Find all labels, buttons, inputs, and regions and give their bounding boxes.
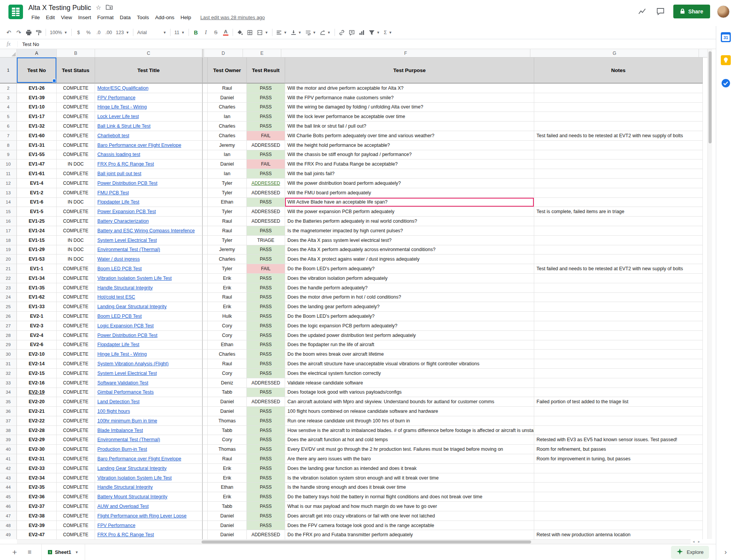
cell-C8[interactable]: Baro Performance over Flight Envelope: [95, 141, 202, 150]
cell-G5[interactable]: [534, 112, 703, 122]
cell-B47[interactable]: COMPLETE: [57, 511, 95, 521]
menu-edit[interactable]: Edit: [43, 13, 58, 21]
cell-E42[interactable]: PASS: [247, 464, 285, 473]
row-header-25[interactable]: 25: [0, 302, 17, 312]
cell-D31[interactable]: Raul: [208, 359, 247, 369]
cell-B49[interactable]: COMPLETE: [57, 530, 95, 539]
test-title-link[interactable]: Land Detection Test: [97, 399, 139, 404]
cell-F25[interactable]: Does the landing gear perform adequately…: [285, 302, 534, 312]
cell-C47[interactable]: Flight Performance with Ring Lever Loose: [95, 511, 202, 521]
row-header-41[interactable]: 41: [0, 454, 17, 464]
cell-B8[interactable]: COMPLETE: [57, 141, 95, 150]
row-header-38[interactable]: 38: [0, 426, 17, 435]
row-header-35[interactable]: 35: [0, 397, 17, 407]
star-icon[interactable]: ☆: [96, 5, 101, 11]
cell-E15[interactable]: ADDRESSED: [247, 207, 285, 217]
test-title-link[interactable]: Power Expansion PCB Test: [97, 209, 156, 214]
cell-B38[interactable]: COMPLETE: [57, 426, 95, 435]
cell-A49[interactable]: EV2-47: [17, 530, 57, 539]
cell-B39[interactable]: COMPLETE: [57, 435, 95, 445]
insert-link-icon[interactable]: [337, 28, 347, 38]
cell-F27[interactable]: Does the logic expansion PCB perform ade…: [285, 321, 534, 331]
cell-F15[interactable]: Will the power expansion PCB perform ade…: [285, 207, 534, 217]
cell-G29[interactable]: [534, 340, 703, 350]
cell-F33[interactable]: Validate release candidate software: [285, 378, 534, 388]
cell-D12[interactable]: Tyler: [208, 179, 247, 188]
test-title-link[interactable]: FRX Pro & RC Range Test: [97, 532, 154, 537]
sheet-tab-menu-icon[interactable]: ▼: [75, 550, 79, 554]
decrease-decimals-icon[interactable]: .0: [94, 28, 103, 38]
cell-A5[interactable]: EV1-17: [17, 112, 57, 122]
cell-F44[interactable]: Is the handle strong enough and does it …: [285, 483, 534, 492]
cell-E5[interactable]: PASS: [247, 112, 285, 122]
cell-A32[interactable]: EV2-15: [17, 369, 57, 378]
cell-G10[interactable]: [534, 159, 703, 169]
cell-B18[interactable]: IN DOC: [57, 236, 95, 245]
cell-G45[interactable]: [534, 492, 703, 502]
test-title-link[interactable]: Ball Link & Strut Life Test: [97, 123, 151, 129]
cell-A46[interactable]: EV2-37: [17, 502, 57, 511]
format-percent-icon[interactable]: %: [84, 28, 94, 38]
row-header-28[interactable]: 28: [0, 331, 17, 340]
cell-D46[interactable]: Tabb: [208, 502, 247, 511]
test-title-link[interactable]: AUW and Overload Test: [97, 504, 149, 509]
cell-B22[interactable]: COMPLETE: [57, 274, 95, 283]
menu-data[interactable]: Data: [117, 13, 134, 21]
cell-E46[interactable]: PASS: [247, 502, 285, 511]
cell-A45[interactable]: EV2-36: [17, 492, 57, 502]
cell-A27[interactable]: EV2-3: [17, 321, 57, 331]
cell-G17[interactable]: [534, 226, 703, 236]
cell-A22[interactable]: EV1-34: [17, 274, 57, 283]
row-header-29[interactable]: 29: [0, 340, 17, 350]
explore-button[interactable]: Explore: [671, 546, 709, 559]
cell-F13[interactable]: Will the FMU board perform adequately: [285, 188, 534, 198]
cell-E33[interactable]: ADDRESSED: [247, 378, 285, 388]
cell-A21[interactable]: EV1-1: [17, 264, 57, 274]
cell-F28[interactable]: Does the updated power distribution test…: [285, 331, 534, 340]
cell-C40[interactable]: Production Burn-in Test: [95, 445, 202, 454]
cell-D7[interactable]: Charles: [208, 131, 247, 141]
text-wrap-icon[interactable]: ▼: [304, 28, 318, 38]
column-header-F[interactable]: F: [281, 49, 530, 57]
test-title-link[interactable]: Battery Mount Structural Integrity: [97, 494, 167, 499]
share-button[interactable]: Share: [673, 5, 710, 18]
sheet-tab[interactable]: 1 Sheet1 ▼: [41, 544, 85, 560]
cell-A28[interactable]: EV2-4: [17, 331, 57, 340]
cell-C38[interactable]: Blade Imbalance Test: [95, 426, 202, 435]
cell-C9[interactable]: Chassis loading test: [95, 150, 202, 160]
cell-A40[interactable]: EV2-30: [17, 445, 57, 454]
cell-E47[interactable]: PASS: [247, 511, 285, 521]
cell-G40[interactable]: Room for refinement, but passes: [534, 445, 703, 454]
cell-A12[interactable]: EV1-4: [17, 179, 57, 188]
cell-D9[interactable]: Ian: [208, 150, 247, 160]
test-title-link[interactable]: System Level Electrical Test: [97, 371, 157, 376]
cell-C13[interactable]: FMU PCB Test: [95, 188, 202, 198]
cell-E37[interactable]: PASS: [247, 416, 285, 426]
cell-E18[interactable]: TRIAGE: [247, 236, 285, 245]
cell-A29[interactable]: EV2-6: [17, 340, 57, 350]
cell-G3[interactable]: [534, 93, 703, 103]
row-header-44[interactable]: 44: [0, 483, 17, 492]
row-header-18[interactable]: 18: [0, 236, 17, 245]
row-header-21[interactable]: 21: [0, 264, 17, 274]
cell-F17[interactable]: Is the magnetometer impacted by high cur…: [285, 226, 534, 236]
cell-F36[interactable]: 100 flight hours combined on release can…: [285, 407, 534, 416]
cell-A44[interactable]: EV2-35: [17, 483, 57, 492]
cell-F48[interactable]: Does the FPV camera footage look good an…: [285, 521, 534, 530]
cell-A4[interactable]: EV1-10: [17, 103, 57, 112]
cell-A15[interactable]: EV1-5: [17, 207, 57, 217]
test-title-link[interactable]: Landing Gear Structural Integrity: [97, 466, 167, 471]
cell-C37[interactable]: 100hr minimum Burn in time: [95, 416, 202, 426]
cell-D10[interactable]: Daniel: [208, 159, 247, 169]
cell-F6[interactable]: Will the ball link or strut fail / pull …: [285, 122, 534, 131]
cell-C3[interactable]: FPV Performance: [95, 93, 202, 103]
cell-G37[interactable]: [534, 416, 703, 426]
cell-D15[interactable]: Tyler: [208, 207, 247, 217]
test-title-link[interactable]: Charliebolt test: [97, 133, 129, 138]
cell-B32[interactable]: COMPLETE: [57, 369, 95, 378]
cell-D44[interactable]: Ethan: [208, 483, 247, 492]
cell-B25[interactable]: COMPLETE: [57, 302, 95, 312]
cell-C17[interactable]: Battery and ESC Wiring Compass Interefen…: [95, 226, 202, 236]
cell-B5[interactable]: COMPLETE: [57, 112, 95, 122]
text-color-icon[interactable]: A: [221, 28, 231, 38]
